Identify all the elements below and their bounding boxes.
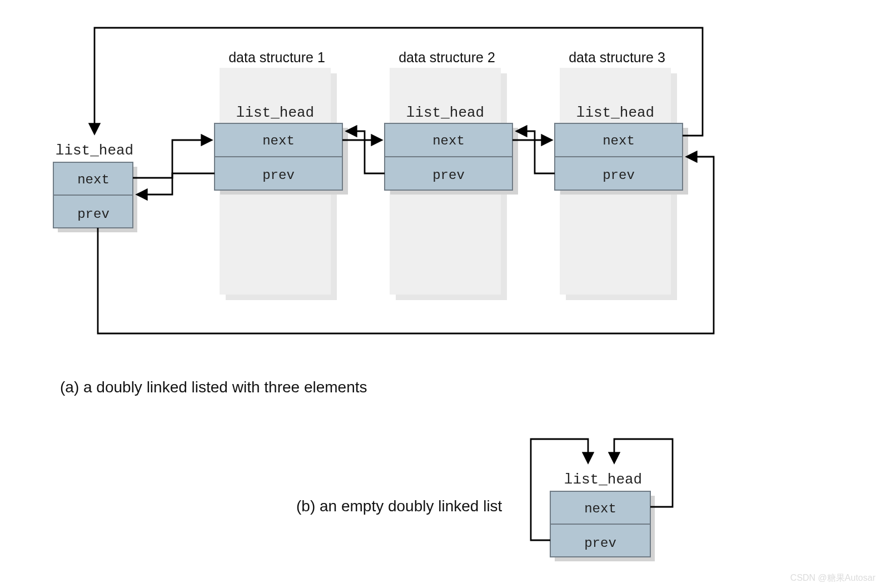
ds2-prev: prev: [432, 168, 465, 183]
linked-list-diagram: list_head next prev data structure 1 lis…: [0, 0, 886, 588]
data-structure-2: data structure 2 list_head next prev: [385, 49, 518, 300]
arrow-head-next-to-ds1: [133, 140, 211, 178]
ds2-next: next: [432, 133, 465, 148]
empty-head-label: list_head: [564, 471, 642, 488]
ds1-listhead: list_head: [236, 104, 314, 121]
caption-a: (a) a doubly linked listed with three el…: [60, 378, 367, 396]
head-prev-label: prev: [77, 207, 109, 222]
arrow-ds2-prev-to-ds1: [347, 131, 385, 173]
head-label: list_head: [56, 142, 133, 159]
ds3-prev: prev: [603, 168, 635, 183]
ds1-prev: prev: [262, 168, 295, 183]
watermark: CSDN @糖果Autosar: [790, 573, 876, 582]
ds1-title: data structure 1: [228, 49, 325, 65]
ds2-listhead: list_head: [406, 104, 484, 121]
ds3-next: next: [603, 133, 635, 148]
arrow-ds3-prev-to-ds2: [517, 131, 555, 173]
head-node: list_head next prev: [53, 142, 137, 232]
head-next-label: next: [77, 172, 109, 187]
arrow-ds1-prev-to-head: [137, 173, 215, 195]
ds3-listhead: list_head: [576, 104, 654, 121]
caption-b: (b) an empty doubly linked list: [296, 497, 502, 515]
empty-next: next: [584, 501, 616, 516]
ds3-title: data structure 3: [569, 49, 665, 65]
data-structure-1: data structure 1 list_head next prev: [215, 49, 348, 300]
ds2-title: data structure 2: [399, 49, 495, 65]
empty-head-node: list_head next prev: [550, 471, 655, 561]
ds1-next: next: [262, 133, 295, 148]
data-structure-3: data structure 3 list_head next prev: [555, 49, 688, 300]
empty-prev: prev: [584, 536, 616, 551]
